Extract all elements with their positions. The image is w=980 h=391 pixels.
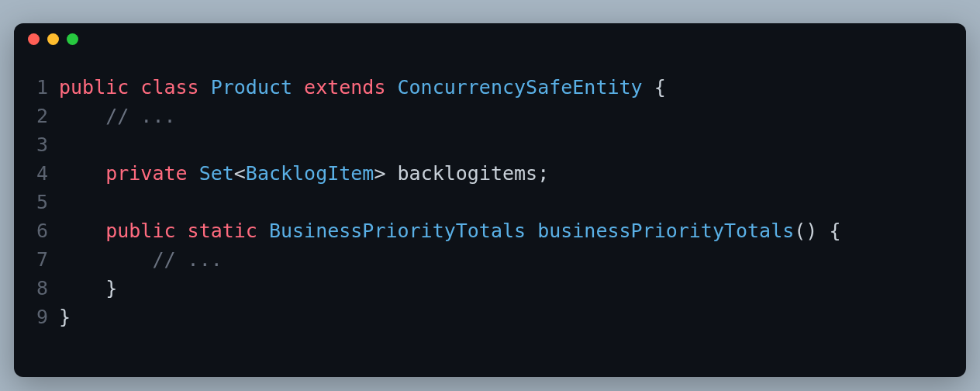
code-token: static — [188, 220, 269, 242]
code-token: public — [105, 220, 187, 242]
code-editor-window: 1public class Product extends Concurrenc… — [14, 23, 966, 377]
close-icon[interactable] — [28, 33, 40, 45]
code-token — [59, 162, 105, 185]
line-number: 6 — [25, 216, 48, 245]
line-number: 7 — [25, 245, 48, 274]
code-token: > — [374, 162, 397, 185]
code-token: extends — [304, 76, 397, 99]
code-token: // ... — [105, 105, 175, 127]
line-content: public class Product extends Concurrency… — [59, 73, 666, 102]
code-token: backlogitems — [398, 162, 538, 185]
code-token: private — [105, 162, 198, 185]
line-number: 5 — [25, 188, 48, 216]
line-content: private Set<BacklogItem> backlogitems; — [59, 159, 549, 188]
code-line: 4 private Set<BacklogItem> backlogitems; — [25, 159, 955, 188]
code-token: } — [59, 277, 117, 299]
code-token — [59, 105, 105, 127]
line-content: // ... — [59, 102, 176, 130]
line-number: 4 — [25, 159, 48, 188]
line-content: } — [59, 274, 117, 303]
minimize-icon[interactable] — [47, 33, 59, 45]
line-content: } — [59, 303, 71, 331]
code-line: 3 — [25, 130, 955, 159]
line-number: 2 — [25, 102, 48, 130]
code-token: ; — [537, 162, 549, 185]
code-token: < — [234, 162, 246, 185]
code-token: businessPriorityTotals — [537, 220, 794, 242]
line-content: public static BusinessPriorityTotals bus… — [59, 216, 840, 245]
line-content — [59, 130, 71, 159]
code-line: 5 — [25, 188, 955, 216]
code-token: } — [59, 306, 71, 328]
code-line: 8 } — [25, 274, 955, 303]
code-token: { — [654, 76, 666, 99]
code-token: public — [59, 76, 140, 99]
code-token: class — [140, 76, 210, 99]
code-token — [59, 248, 152, 271]
code-token: Product — [211, 76, 304, 99]
title-bar — [14, 23, 966, 54]
code-token: Set — [199, 162, 234, 185]
maximize-icon[interactable] — [67, 33, 78, 45]
code-token: BusinessPriorityTotals — [269, 220, 537, 242]
code-area[interactable]: 1public class Product extends Concurrenc… — [14, 54, 966, 342]
traffic-lights — [28, 33, 78, 45]
code-line: 6 public static BusinessPriorityTotals b… — [25, 216, 955, 245]
line-number: 1 — [25, 73, 48, 102]
code-token: () { — [794, 220, 840, 242]
code-token: ConcurrencySafeEntity — [398, 76, 654, 99]
line-number: 9 — [25, 303, 48, 331]
code-line: 2 // ... — [25, 102, 955, 130]
code-token: BacklogItem — [246, 162, 374, 185]
line-number: 8 — [25, 274, 48, 303]
line-number: 3 — [25, 130, 48, 159]
line-content: // ... — [59, 245, 223, 274]
code-line: 1public class Product extends Concurrenc… — [25, 73, 955, 102]
line-content — [59, 188, 71, 216]
code-token: // ... — [152, 248, 222, 271]
code-token — [59, 220, 105, 242]
code-line: 7 // ... — [25, 245, 955, 274]
code-line: 9} — [25, 303, 955, 331]
